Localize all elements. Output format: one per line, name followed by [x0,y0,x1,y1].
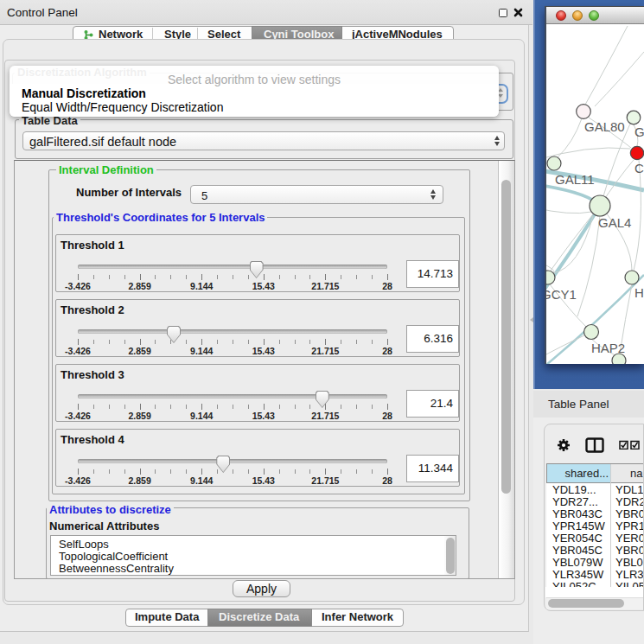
svg-text:GA: GA [634,124,644,139]
svg-text:GCY1: GCY1 [546,287,577,302]
svg-text:C: C [634,161,644,175]
svg-text:H: H [634,285,644,300]
svg-text:GAL80: GAL80 [584,119,625,134]
svg-text:GAL11: GAL11 [555,172,595,187]
svg-text:GAL4: GAL4 [598,215,631,230]
svg-text:HAP2: HAP2 [591,341,625,355]
